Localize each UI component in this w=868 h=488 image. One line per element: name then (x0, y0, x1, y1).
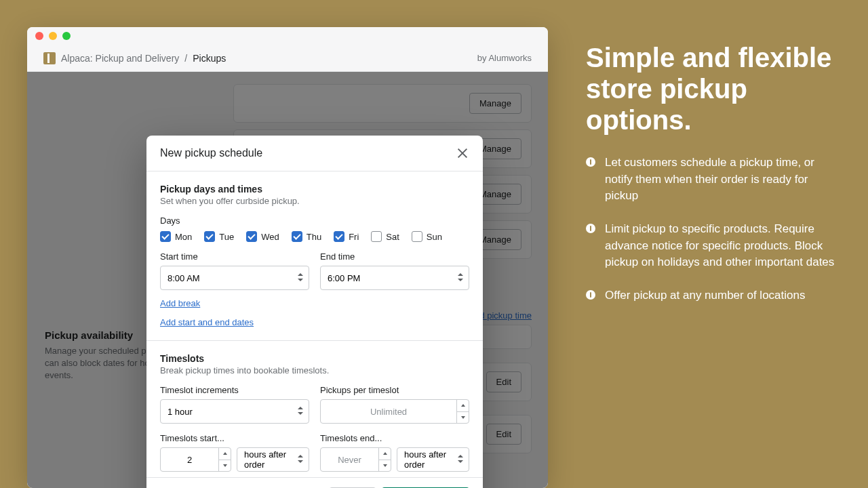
stepper (456, 400, 469, 423)
breadcrumb: Alpaca: Pickup and Delivery / Pickups (43, 52, 226, 64)
section-title: Pickup days and times (160, 184, 469, 195)
content-area: Manage Manage Manage Manage Add pickup t… (27, 72, 548, 488)
days-label: Days (160, 216, 469, 226)
timeslots-end-input[interactable]: Never (320, 447, 391, 472)
section-title: Timeslots (160, 353, 469, 364)
timeslots-end-label: Timeslots end... (320, 433, 469, 443)
timeslot-increments-select[interactable]: 1 hour (160, 399, 309, 424)
day-label: Sat (386, 232, 399, 242)
section-subtitle: Break pickup times into bookable timeslo… (160, 365, 469, 375)
step-down-icon[interactable] (379, 460, 391, 472)
stepper (218, 448, 231, 471)
day-label: Sun (427, 232, 442, 242)
close-window-icon[interactable] (35, 32, 43, 40)
breadcrumb-app[interactable]: Alpaca: Pickup and Delivery (61, 53, 179, 64)
day-label: Thu (307, 232, 321, 242)
section-subtitle: Set when you offer curbside pickup. (160, 196, 469, 206)
checkbox-icon[interactable] (246, 231, 257, 242)
breadcrumb-sep: / (184, 53, 187, 64)
add-start-end-dates-link[interactable]: Add start and end dates (160, 317, 254, 327)
day-thu[interactable]: Thu (292, 231, 321, 242)
bullet-icon (586, 224, 595, 233)
day-label: Fri (349, 232, 359, 242)
days-row: MonTueWedThuFriSatSun (160, 231, 469, 242)
promo-headline: Simple and flexible store pickup options… (586, 42, 838, 136)
day-label: Tue (219, 232, 234, 242)
timeslots-start-input[interactable]: 2 (160, 447, 231, 472)
step-up-icon[interactable] (219, 448, 231, 460)
day-wed[interactable]: Wed (246, 231, 279, 242)
checkbox-icon[interactable] (334, 231, 344, 242)
checkbox-icon[interactable] (412, 231, 422, 242)
day-mon[interactable]: Mon (160, 231, 192, 242)
day-tue[interactable]: Tue (204, 231, 234, 242)
app-window: Alpaca: Pickup and Delivery / Pickups by… (27, 27, 548, 488)
step-down-icon[interactable] (219, 460, 231, 472)
stepper (378, 448, 391, 471)
new-pickup-schedule-modal: New pickup schedule Pickup days and time… (146, 136, 483, 488)
day-fri[interactable]: Fri (334, 231, 359, 242)
timeslot-increments-label: Timeslot increments (160, 385, 309, 395)
modal-footer: Cancel Save pickup time (146, 477, 483, 488)
divider (146, 340, 483, 341)
promo-bullet: Offer pickup at any number of locations (586, 287, 838, 304)
minimize-window-icon[interactable] (49, 32, 57, 40)
step-up-icon[interactable] (379, 448, 391, 460)
modal-body: Pickup days and times Set when you offer… (146, 171, 483, 477)
add-break-link[interactable]: Add break (160, 298, 200, 308)
modal-header: New pickup schedule (146, 136, 483, 171)
promo-panel: Simple and flexible store pickup options… (586, 42, 838, 320)
checkbox-icon[interactable] (292, 231, 302, 242)
checkbox-icon[interactable] (371, 231, 382, 242)
step-down-icon[interactable] (457, 412, 469, 424)
pickups-per-timeslot-label: Pickups per timeslot (320, 385, 469, 395)
timeslots-start-label: Timeslots start... (160, 433, 309, 443)
promo-bullet: Let customers schedule a pickup time, or… (586, 155, 838, 205)
day-label: Wed (261, 232, 279, 242)
end-time-select[interactable]: 6:00 PM (320, 266, 469, 290)
pickups-per-timeslot-input[interactable]: Unlimited (320, 399, 469, 424)
day-label: Mon (175, 232, 192, 242)
bullet-icon (586, 157, 595, 167)
promo-list: Let customers schedule a pickup time, or… (586, 155, 838, 304)
maximize-window-icon[interactable] (62, 32, 71, 40)
breadcrumb-current: Pickups (193, 53, 226, 64)
start-time-label: Start time (160, 251, 309, 262)
checkbox-icon[interactable] (204, 231, 215, 242)
window-titlebar (27, 27, 548, 45)
bullet-icon (586, 290, 595, 300)
timeslots-start-unit-select[interactable]: hours after order (237, 447, 309, 472)
end-time-label: End time (320, 251, 469, 262)
step-up-icon[interactable] (457, 400, 469, 412)
checkbox-icon[interactable] (160, 231, 171, 242)
app-logo-icon (43, 52, 56, 64)
timeslots-end-unit-select[interactable]: hours after order (397, 447, 469, 472)
start-time-select[interactable]: 8:00 AM (160, 266, 309, 290)
modal-title: New pickup schedule (160, 147, 262, 159)
promo-bullet: Limit pickup to specific products. Requi… (586, 221, 838, 271)
day-sat[interactable]: Sat (371, 231, 399, 242)
vendor-label: by Alumworks (477, 53, 532, 63)
close-icon[interactable] (456, 146, 469, 160)
app-header: Alpaca: Pickup and Delivery / Pickups by… (27, 45, 548, 72)
day-sun[interactable]: Sun (412, 231, 442, 242)
